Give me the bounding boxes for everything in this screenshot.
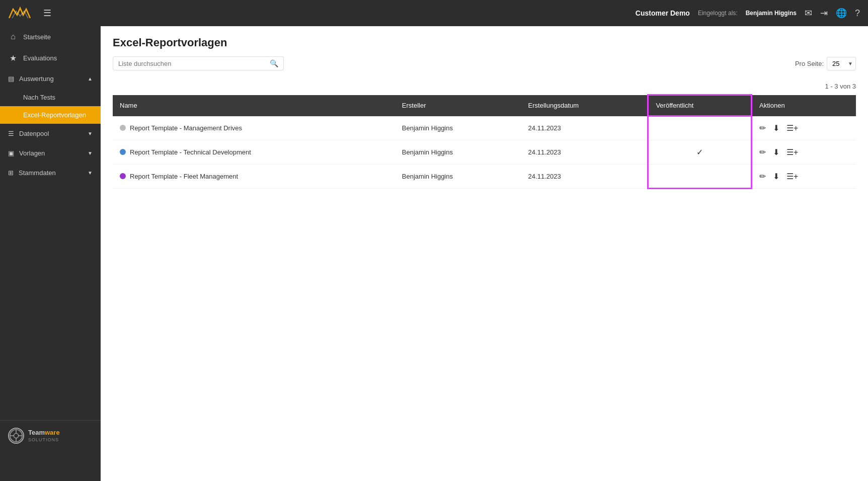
- dot-icon: [120, 125, 126, 131]
- grid-icon: ⊞: [8, 169, 14, 177]
- content-header: Excel-Reportvorlagen 🔍 Pro Seite: 25 50 …: [101, 26, 868, 81]
- mail-icon[interactable]: ✉: [805, 8, 812, 19]
- dot-icon: [120, 173, 126, 179]
- download-icon[interactable]: ⬇: [773, 147, 779, 157]
- auswertung-left: ▤ Auswertung: [8, 75, 54, 83]
- cell-aktionen: ✏ ⬇ ☰+: [752, 164, 856, 188]
- sidebar-label-stammdaten: Stammdaten: [19, 169, 56, 177]
- sidebar-item-datenpool[interactable]: ☰ Datenpool ▼: [0, 124, 101, 143]
- table-row: Report Template - Management Drives Benj…: [113, 116, 856, 140]
- add-list-icon[interactable]: ☰+: [786, 172, 798, 181]
- cell-name: Report Template - Management Drives: [113, 116, 395, 140]
- home-icon: ⌂: [8, 32, 18, 41]
- toolbar: 🔍 Pro Seite: 25 50 100 ▼: [113, 56, 856, 70]
- cell-veroeffentlicht: [648, 116, 752, 140]
- col-name: Name: [113, 95, 395, 116]
- hamburger-icon[interactable]: ☰: [43, 8, 51, 19]
- cell-datum: 24.11.2023: [521, 140, 648, 164]
- table-row: Report Template - Fleet Management Benja…: [113, 164, 856, 188]
- globe-icon[interactable]: 🌐: [836, 8, 847, 19]
- report-table: Name Ersteller Erstellungsdatum Veröffen…: [113, 94, 856, 189]
- logged-in-user: Benjamin Higgins: [746, 10, 797, 17]
- sidebar-item-excel-reportvorlagen[interactable]: Excel-Reportvorlagen: [0, 106, 101, 124]
- cell-veroeffentlicht: ✓: [648, 140, 752, 164]
- customer-demo-label: Customer Demo: [636, 9, 690, 17]
- cell-veroeffentlicht: [648, 164, 752, 188]
- main-layout: ⌂ Startseite ★ Evaluations ▤ Auswertung …: [0, 26, 868, 481]
- per-page-select[interactable]: 25 50 100: [827, 57, 856, 70]
- page-title: Excel-Reportvorlagen: [113, 36, 856, 49]
- svg-point-1: [14, 433, 18, 438]
- search-wrapper[interactable]: 🔍: [113, 56, 284, 70]
- logged-in-label: Eingeloggt als:: [698, 10, 738, 17]
- sidebar-label-excel-reportvorlagen: Excel-Reportvorlagen: [23, 111, 86, 119]
- sidebar-item-startseite[interactable]: ⌂ Startseite: [0, 26, 101, 47]
- sidebar-item-evaluations[interactable]: ★ Evaluations: [0, 47, 101, 69]
- download-icon[interactable]: ⬇: [773, 123, 779, 133]
- search-input[interactable]: [118, 60, 270, 67]
- stammdaten-left: ⊞ Stammdaten: [8, 169, 56, 177]
- sidebar-label-startseite: Startseite: [23, 33, 51, 41]
- teamware-logo-circle: [8, 428, 24, 444]
- sidebar-label-evaluations: Evaluations: [23, 54, 57, 62]
- template-icon: ▣: [8, 149, 14, 157]
- check-icon: ✓: [696, 148, 703, 156]
- sidebar-label-auswertung: Auswertung: [19, 75, 54, 83]
- header-right: Customer Demo Eingeloggt als: Benjamin H…: [636, 8, 860, 19]
- cell-ersteller: Benjamin Higgins: [395, 116, 521, 140]
- logo-area: ☰: [8, 4, 51, 22]
- star-icon: ★: [8, 53, 18, 63]
- name-text: Report Template - Technical Development: [130, 148, 251, 156]
- sidebar-item-vorlagen[interactable]: ▣ Vorlagen ▼: [0, 143, 101, 163]
- table-body: Report Template - Management Drives Benj…: [113, 116, 856, 189]
- edit-icon[interactable]: ✏: [759, 123, 766, 133]
- per-page-wrapper: Pro Seite: 25 50 100 ▼: [795, 57, 856, 70]
- app-logo: [8, 4, 32, 22]
- add-list-icon[interactable]: ☰+: [786, 123, 798, 133]
- sidebar-item-auswertung[interactable]: ▤ Auswertung ▲: [0, 69, 101, 89]
- table-header: Name Ersteller Erstellungsdatum Veröffen…: [113, 95, 856, 116]
- cell-ersteller: Benjamin Higgins: [395, 164, 521, 188]
- sidebar: ⌂ Startseite ★ Evaluations ▤ Auswertung …: [0, 26, 101, 481]
- cell-datum: 24.11.2023: [521, 164, 648, 188]
- chevron-down-icon-datenpool: ▼: [88, 131, 93, 136]
- edit-icon[interactable]: ✏: [759, 172, 766, 181]
- cell-name: Report Template - Technical Development: [113, 140, 395, 164]
- table-container: Name Ersteller Erstellungsdatum Veröffen…: [101, 94, 868, 189]
- cell-name: Report Template - Fleet Management: [113, 164, 395, 188]
- sidebar-item-stammdaten[interactable]: ⊞ Stammdaten ▼: [0, 163, 101, 183]
- chevron-down-icon-stammdaten: ▼: [88, 170, 93, 176]
- add-list-icon[interactable]: ☰+: [786, 147, 798, 157]
- col-ersteller: Ersteller: [395, 95, 521, 116]
- chevron-down-icon-vorlagen: ▼: [88, 150, 93, 156]
- per-page-label: Pro Seite:: [795, 60, 824, 67]
- sidebar-label-vorlagen: Vorlagen: [19, 149, 45, 157]
- main-content: Excel-Reportvorlagen 🔍 Pro Seite: 25 50 …: [101, 26, 868, 481]
- cell-ersteller: Benjamin Higgins: [395, 140, 521, 164]
- cell-aktionen: ✏ ⬇ ☰+: [752, 140, 856, 164]
- help-icon[interactable]: ?: [855, 8, 860, 19]
- vorlagen-left: ▣ Vorlagen: [8, 149, 45, 157]
- table-row: Report Template - Technical Development …: [113, 140, 856, 164]
- sidebar-item-nach-tests[interactable]: Nach Tests: [0, 89, 101, 106]
- chevron-up-icon: ▲: [88, 76, 93, 82]
- search-icon: 🔍: [270, 59, 278, 67]
- col-veroeffentlicht: Veröffentlicht: [648, 95, 752, 116]
- cell-datum: 24.11.2023: [521, 116, 648, 140]
- teamware-text: Teamware SOLUTIONS: [28, 429, 60, 443]
- list-icon: ☰: [8, 130, 14, 137]
- download-icon[interactable]: ⬇: [773, 172, 779, 181]
- name-text: Report Template - Management Drives: [130, 124, 242, 132]
- sidebar-label-nach-tests: Nach Tests: [23, 94, 55, 101]
- datenpool-left: ☰ Datenpool: [8, 130, 49, 137]
- dot-icon: [120, 149, 126, 155]
- sidebar-label-datenpool: Datenpool: [19, 130, 49, 137]
- sidebar-footer: Teamware SOLUTIONS: [0, 420, 101, 451]
- top-header: ☰ Customer Demo Eingeloggt als: Benjamin…: [0, 0, 868, 26]
- logout-icon[interactable]: ⇥: [820, 8, 828, 19]
- col-erstellungsdatum: Erstellungsdatum: [521, 95, 648, 116]
- edit-icon[interactable]: ✏: [759, 147, 766, 157]
- cell-aktionen: ✏ ⬇ ☰+: [752, 116, 856, 140]
- pagination-info: 1 - 3 von 3: [101, 81, 868, 92]
- col-aktionen: Aktionen: [752, 95, 856, 116]
